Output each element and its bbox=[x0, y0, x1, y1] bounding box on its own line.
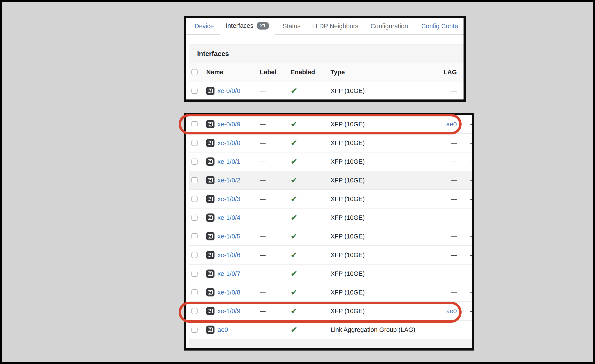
interface-type: XFP (10GE) bbox=[331, 140, 365, 147]
column-header-type[interactable]: Type bbox=[331, 69, 345, 76]
interface-name-link[interactable]: xe-1/0/5 bbox=[218, 233, 240, 240]
interface-name-link[interactable]: xe-0/0/9 bbox=[218, 121, 240, 128]
panel2-rows-wrap: xe-0/0/9 — ✔ XFP (10GE) ae0 — xe-1/0/0 —… bbox=[189, 115, 472, 348]
row-checkbox[interactable] bbox=[191, 289, 198, 295]
table-row-xe-1-0-0: xe-1/0/0 — ✔ XFP (10GE) — — bbox=[189, 134, 472, 153]
label-value: — bbox=[260, 214, 266, 221]
enabled-check-icon: ✔ bbox=[290, 213, 298, 222]
interface-name-link[interactable]: xe-1/0/2 bbox=[218, 177, 240, 184]
extra-column-value: — bbox=[470, 252, 475, 259]
row-checkbox[interactable] bbox=[191, 177, 198, 183]
extra-column-value: — bbox=[470, 233, 475, 240]
row-checkbox[interactable] bbox=[191, 252, 198, 258]
interface-name-link[interactable]: xe-1/0/9 bbox=[218, 308, 240, 315]
interface-name-link[interactable]: xe-1/0/8 bbox=[218, 289, 240, 296]
interface-name-link[interactable]: xe-1/0/1 bbox=[218, 158, 240, 165]
label-value: — bbox=[260, 196, 266, 203]
ethernet-port-icon bbox=[206, 87, 214, 95]
tab-config-conte[interactable]: Config Conte bbox=[421, 23, 458, 30]
lag-value: — bbox=[451, 214, 457, 221]
interfaces-card: Interfaces Name Label Enabled Type LAG bbox=[189, 44, 466, 100]
table-row-xe-1-0-6: xe-1/0/6 — ✔ XFP (10GE) — — bbox=[189, 246, 472, 265]
table-row-xe-1-0-3: xe-1/0/3 — ✔ XFP (10GE) — — bbox=[189, 190, 472, 209]
row-checkbox[interactable] bbox=[191, 159, 198, 165]
ethernet-port-icon bbox=[206, 251, 214, 259]
label-value: — bbox=[260, 252, 266, 259]
row-checkbox[interactable] bbox=[191, 121, 198, 127]
interface-type: XFP (10GE) bbox=[331, 214, 365, 221]
extra-column-value: — bbox=[470, 196, 475, 203]
interface-type: XFP (10GE) bbox=[331, 289, 365, 296]
enabled-check-icon: ✔ bbox=[290, 232, 298, 240]
label-value: — bbox=[260, 308, 266, 315]
tab-interfaces[interactable]: Interfaces21 bbox=[220, 16, 275, 35]
interface-type: XFP (10GE) bbox=[331, 87, 365, 94]
tab-label: Interfaces bbox=[226, 22, 253, 29]
enabled-check-icon: ✔ bbox=[290, 326, 298, 334]
label-value: — bbox=[260, 326, 266, 333]
ethernet-port-icon bbox=[206, 120, 214, 128]
label-value: — bbox=[260, 289, 266, 296]
column-header-label[interactable]: Label bbox=[260, 69, 276, 76]
row-checkbox[interactable] bbox=[191, 196, 198, 202]
lag-link[interactable]: ae0 bbox=[446, 121, 457, 128]
extra-column-value: — bbox=[470, 121, 475, 128]
card-title: Interfaces bbox=[189, 45, 466, 63]
tab-configuration[interactable]: Configuration bbox=[370, 23, 408, 30]
ethernet-port-icon bbox=[206, 307, 214, 315]
interface-name-link[interactable]: xe-0/0/0 bbox=[218, 87, 240, 94]
table-row-xe-1-0-9: xe-1/0/9 — ✔ XFP (10GE) ae0 — bbox=[189, 302, 472, 321]
interface-name-link[interactable]: xe-1/0/0 bbox=[218, 140, 240, 147]
extra-column-value: — bbox=[470, 289, 475, 296]
ethernet-port-icon bbox=[206, 139, 214, 147]
lag-value: — bbox=[451, 177, 457, 184]
extra-column-value: — bbox=[470, 177, 475, 184]
ethernet-port-icon bbox=[206, 195, 214, 203]
tab-lldp-neighbors[interactable]: LLDP Neighbors bbox=[312, 23, 358, 30]
table-row-ae0: ae0 — ✔ Link Aggregation Group (LAG) — — bbox=[189, 321, 472, 339]
tab-device[interactable]: Device bbox=[194, 23, 214, 30]
interface-type: XFP (10GE) bbox=[331, 233, 365, 240]
interface-name-link[interactable]: xe-1/0/4 bbox=[218, 214, 240, 221]
ethernet-port-icon bbox=[206, 270, 214, 278]
lag-value: — bbox=[451, 233, 457, 240]
lag-value: — bbox=[451, 196, 457, 203]
lag-value: — bbox=[451, 326, 457, 333]
row-checkbox[interactable] bbox=[191, 233, 198, 239]
column-header-name[interactable]: Name bbox=[206, 69, 223, 76]
interface-name-link[interactable]: xe-1/0/7 bbox=[218, 270, 240, 277]
column-header-enabled[interactable]: Enabled bbox=[290, 69, 315, 76]
row-checkbox[interactable] bbox=[191, 88, 198, 94]
row-checkbox[interactable] bbox=[191, 308, 198, 314]
lag-value: — bbox=[451, 88, 457, 94]
row-checkbox[interactable] bbox=[191, 215, 198, 221]
lag-value: — bbox=[451, 270, 457, 277]
interface-name-link[interactable]: ae0 bbox=[218, 326, 228, 333]
lag-value: — bbox=[451, 140, 457, 146]
row-checkbox[interactable] bbox=[191, 271, 198, 277]
lag-value: — bbox=[451, 289, 457, 296]
interface-type: XFP (10GE) bbox=[331, 308, 365, 315]
tab-status[interactable]: Status bbox=[283, 23, 301, 30]
table-row-xe-1-0-5: xe-1/0/5 — ✔ XFP (10GE) — — bbox=[189, 227, 472, 246]
ethernet-port-icon bbox=[206, 176, 214, 184]
enabled-check-icon: ✔ bbox=[290, 251, 298, 259]
interface-type: XFP (10GE) bbox=[331, 177, 365, 184]
row-checkbox[interactable] bbox=[191, 327, 198, 333]
label-value: — bbox=[260, 88, 266, 94]
select-all-checkbox[interactable] bbox=[191, 69, 198, 75]
table-row-xe-1-0-2: xe-1/0/2 — ✔ XFP (10GE) — — bbox=[189, 171, 472, 190]
label-value: — bbox=[260, 270, 266, 277]
label-value: — bbox=[260, 140, 266, 146]
interface-name-link[interactable]: xe-1/0/3 bbox=[218, 196, 240, 203]
column-header-lag[interactable]: LAG bbox=[444, 69, 457, 76]
row-checkbox[interactable] bbox=[191, 140, 198, 146]
table-row-xe-1-0-8: xe-1/0/8 — ✔ XFP (10GE) — — bbox=[189, 283, 472, 302]
enabled-check-icon: ✔ bbox=[290, 288, 298, 296]
extra-column-value: — bbox=[470, 308, 475, 315]
enabled-check-icon: ✔ bbox=[290, 157, 298, 166]
label-value: — bbox=[260, 121, 266, 128]
table-row-xe-1-0-4: xe-1/0/4 — ✔ XFP (10GE) — — bbox=[189, 209, 472, 227]
interface-name-link[interactable]: xe-1/0/6 bbox=[218, 252, 240, 259]
lag-link[interactable]: ae0 bbox=[446, 308, 457, 315]
